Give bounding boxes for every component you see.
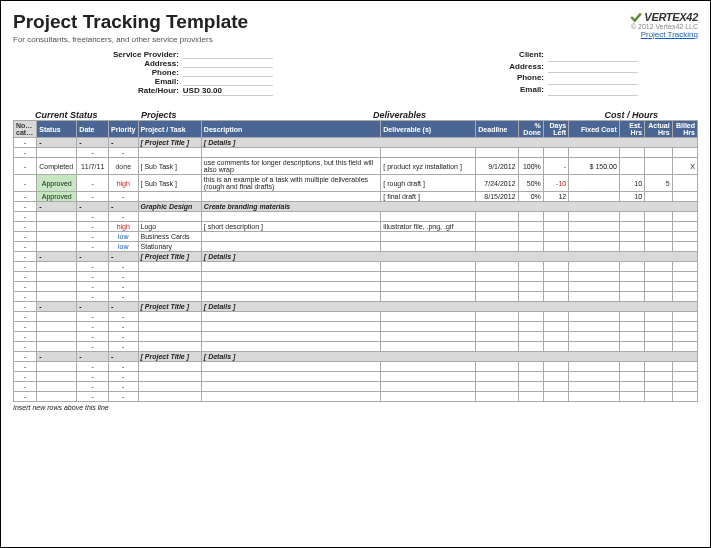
table-row[interactable]: --- bbox=[14, 282, 698, 292]
value-client-email[interactable] bbox=[548, 85, 638, 97]
col-est: Est. Hrs bbox=[619, 121, 644, 138]
label-client-email: Email: bbox=[509, 85, 544, 97]
table-row[interactable]: -Approved-high[ Sub Task ]this is an exa… bbox=[14, 175, 698, 192]
value-provider-address[interactable] bbox=[183, 59, 273, 68]
col-done: % Done bbox=[518, 121, 543, 138]
section-projects: Projects bbox=[141, 110, 373, 120]
table-row[interactable]: -Completed11/7/11done[ Sub Task ]use com… bbox=[14, 158, 698, 175]
table-row[interactable]: --highLogo[ short description ]illustrat… bbox=[14, 222, 698, 232]
table-row[interactable]: --- bbox=[14, 322, 698, 332]
table-row[interactable]: ----[ Project Title ][ Details ] bbox=[14, 252, 698, 262]
copyright-text: © 2012 Vertex42 LLC bbox=[630, 23, 698, 30]
value-client[interactable] bbox=[548, 50, 638, 62]
col-notif: Notifi- cations bbox=[14, 121, 37, 138]
value-rate[interactable]: USD 30.00 bbox=[183, 86, 273, 96]
value-service-provider[interactable] bbox=[183, 50, 273, 59]
table-row[interactable]: --- bbox=[14, 272, 698, 282]
page-title: Project Tracking Template bbox=[13, 11, 248, 33]
table-row[interactable]: ----[ Project Title ][ Details ] bbox=[14, 138, 698, 148]
col-priority: Priority bbox=[108, 121, 138, 138]
page-subtitle: For consultants, freelancers, and other … bbox=[13, 35, 248, 44]
col-task: Project / Task bbox=[138, 121, 201, 138]
label-provider-address: Address: bbox=[113, 59, 179, 68]
table-row[interactable]: --- bbox=[14, 148, 698, 158]
table-row[interactable]: ----[ Project Title ][ Details ] bbox=[14, 352, 698, 362]
col-daysleft: Days Left bbox=[543, 121, 568, 138]
logo-text: VERTEX42 bbox=[644, 11, 698, 23]
section-deliverables: Deliverables bbox=[373, 110, 543, 120]
label-client-address: Address: bbox=[509, 62, 544, 74]
table-row[interactable]: --- bbox=[14, 332, 698, 342]
table-row[interactable]: --- bbox=[14, 312, 698, 322]
provider-info: Service Provider: Address: Phone: Email:… bbox=[113, 50, 273, 96]
checkmark-icon bbox=[630, 11, 642, 23]
client-info: Client: Address: Phone: Email: bbox=[509, 50, 638, 96]
label-client: Client: bbox=[509, 50, 544, 62]
vertex42-logo: VERTEX42 bbox=[630, 11, 698, 23]
table-row[interactable]: --lowBusiness Cards bbox=[14, 232, 698, 242]
value-client-phone[interactable] bbox=[548, 73, 638, 85]
col-deliverable: Deliverable (s) bbox=[381, 121, 476, 138]
table-row[interactable]: --- bbox=[14, 342, 698, 352]
footer-note: Insert new rows above this line bbox=[13, 404, 698, 411]
label-provider-email: Email: bbox=[113, 77, 179, 86]
col-actual: Actual Hrs bbox=[645, 121, 672, 138]
col-billed: Billed Hrs bbox=[672, 121, 697, 138]
table-row[interactable]: --- bbox=[14, 392, 698, 402]
table-row[interactable]: --- bbox=[14, 362, 698, 372]
value-provider-phone[interactable] bbox=[183, 68, 273, 77]
label-provider-phone: Phone: bbox=[113, 68, 179, 77]
label-client-phone: Phone: bbox=[509, 73, 544, 85]
table-row[interactable]: -Approved--[ final draft ]8/15/20120%121… bbox=[14, 192, 698, 202]
table-row[interactable]: --- bbox=[14, 382, 698, 392]
tracking-table[interactable]: Notifi- cations Status Date Priority Pro… bbox=[13, 120, 698, 402]
section-status: Current Status bbox=[35, 110, 141, 120]
label-service-provider: Service Provider: bbox=[113, 50, 179, 59]
table-row[interactable]: --- bbox=[14, 292, 698, 302]
table-row[interactable]: --lowStationary bbox=[14, 242, 698, 252]
col-deadline: Deadline bbox=[476, 121, 518, 138]
table-row[interactable]: --- bbox=[14, 212, 698, 222]
table-row[interactable]: --- bbox=[14, 262, 698, 272]
col-date: Date bbox=[77, 121, 109, 138]
col-fixedcost: Fixed Cost bbox=[569, 121, 620, 138]
table-row[interactable]: --- bbox=[14, 372, 698, 382]
table-row[interactable]: ----[ Project Title ][ Details ] bbox=[14, 302, 698, 312]
col-desc: Description bbox=[201, 121, 380, 138]
section-cost: Cost / Hours bbox=[543, 110, 698, 120]
project-tracking-link[interactable]: Project Tracking bbox=[641, 30, 698, 39]
label-rate: Rate/Hour: bbox=[113, 86, 179, 96]
value-client-address[interactable] bbox=[548, 62, 638, 74]
col-status: Status bbox=[37, 121, 77, 138]
table-row[interactable]: ----Graphic DesignCreate branding materi… bbox=[14, 202, 698, 212]
section-notif bbox=[13, 110, 35, 120]
value-provider-email[interactable] bbox=[183, 77, 273, 86]
